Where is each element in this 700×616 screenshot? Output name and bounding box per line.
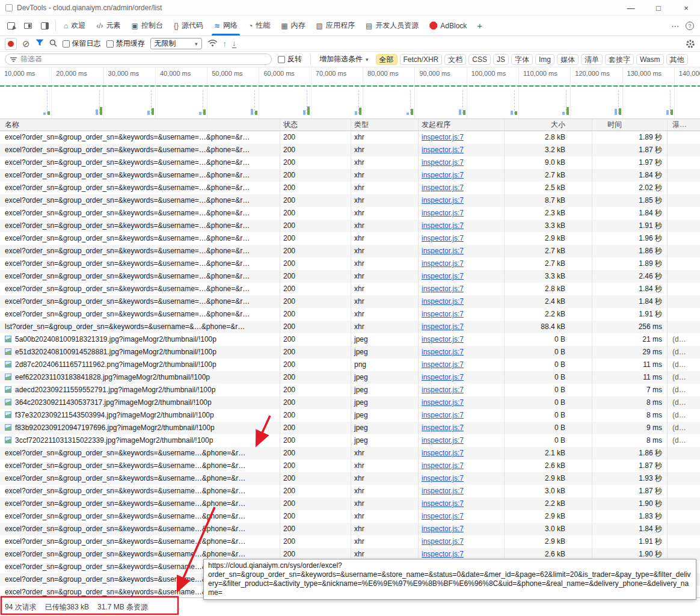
initiator-link[interactable]: inspector.js:7 (422, 209, 464, 217)
request-row[interactable]: excel?order_sn=&group_order_sn=&keywords… (0, 131, 700, 144)
request-row[interactable]: excel?order_sn=&group_order_sn=&keywords… (0, 497, 700, 510)
column-header[interactable]: 大小 (505, 119, 592, 131)
initiator-link[interactable]: inspector.js:7 (422, 196, 464, 205)
initiator-link[interactable]: inspector.js:7 (422, 398, 464, 407)
filter-toggle-button[interactable] (35, 39, 44, 48)
network-settings-button[interactable] (686, 39, 695, 49)
request-row[interactable]: excel?order_sn=&group_order_sn=&keywords… (0, 220, 700, 232)
initiator-link[interactable]: inspector.js:7 (422, 512, 464, 520)
initiator-link[interactable]: inspector.js:7 (422, 259, 464, 268)
initiator-link[interactable]: inspector.js:7 (422, 297, 464, 306)
initiator-link[interactable]: inspector.js:7 (422, 474, 464, 482)
initiator-link[interactable]: inspector.js:7 (422, 322, 464, 331)
initiator-link[interactable]: inspector.js:7 (422, 158, 464, 167)
tab-network[interactable]: ≋网络 (209, 16, 243, 35)
column-header[interactable]: 状态 (280, 119, 351, 131)
request-row[interactable]: excel?order_sn=&group_order_sn=&keywords… (0, 308, 700, 321)
request-row[interactable]: excel?order_sn=&group_order_sn=&keywords… (0, 270, 700, 283)
request-row[interactable]: excel?order_sn=&group_order_sn=&keywords… (0, 510, 700, 523)
help-icon[interactable]: ? (686, 22, 694, 30)
request-row[interactable]: 364c202309211430537317.jpg?imageMogr2/th… (0, 396, 700, 409)
tab-elements[interactable]: ‹/›元素 (91, 16, 126, 35)
tab-application[interactable]: ▧应用程序 (311, 16, 360, 35)
disable-cache-checkbox[interactable]: 禁用缓存 (106, 38, 145, 49)
search-button[interactable] (49, 39, 57, 49)
clear-button[interactable]: ⊘ (22, 39, 30, 48)
request-row[interactable]: excel?order_sn=&group_order_sn=&keywords… (0, 169, 700, 182)
initiator-link[interactable]: inspector.js:7 (422, 436, 464, 445)
device-toolbar-button[interactable] (19, 16, 36, 35)
request-row[interactable]: lst?order_sn=&group_order_sn=&keywords=&… (0, 321, 700, 333)
more-options-icon[interactable]: ⋯ (671, 21, 680, 31)
filter-pill[interactable]: Fetch/XHR (400, 54, 443, 65)
preserve-log-checkbox[interactable]: 保留日志 (63, 38, 101, 49)
initiator-link[interactable]: inspector.js:7 (422, 550, 464, 558)
column-header[interactable]: 类型 (351, 119, 419, 131)
filter-pill[interactable]: JS (493, 54, 509, 65)
export-har-button[interactable]: ↓ (232, 39, 236, 48)
import-har-button[interactable]: ↑ (223, 40, 227, 48)
maximize-button[interactable]: □ (645, 0, 672, 16)
filter-pill[interactable]: 字体 (511, 54, 533, 65)
close-button[interactable]: × (672, 0, 700, 16)
initiator-link[interactable]: inspector.js:7 (422, 183, 464, 192)
add-tab-button[interactable]: + (472, 16, 487, 35)
initiator-link[interactable]: inspector.js:7 (422, 411, 464, 419)
filter-input[interactable]: 筛选器 (5, 54, 272, 65)
request-row[interactable]: eef6220231103183841828.jpg?imageMogr2/th… (0, 371, 700, 384)
initiator-link[interactable]: inspector.js:7 (422, 247, 464, 255)
filter-pill[interactable]: CSS (468, 54, 491, 65)
initiator-link[interactable]: inspector.js:7 (422, 348, 464, 356)
request-row[interactable]: 3ccf7202211031315022339.jpg?imageMogr2/t… (0, 434, 700, 447)
request-row[interactable]: adecd202309211559552791.jpg?imageMogr2/t… (0, 384, 700, 396)
filter-pill[interactable]: 文档 (444, 54, 466, 65)
initiator-link[interactable]: inspector.js:7 (422, 146, 464, 154)
initiator-link[interactable]: inspector.js:7 (422, 133, 464, 141)
initiator-link[interactable]: inspector.js:7 (422, 386, 464, 394)
request-row[interactable]: excel?order_sn=&group_order_sn=&keywords… (0, 232, 700, 245)
inspect-element-button[interactable] (2, 16, 19, 35)
overview-timeline[interactable]: 10,000 ms20,000 ms30,000 ms40,000 ms50,0… (0, 67, 700, 119)
throttling-select[interactable]: 无限制 ▾ (150, 38, 202, 49)
initiator-link[interactable]: inspector.js:7 (422, 449, 464, 457)
column-header[interactable]: 时间 (592, 119, 668, 131)
tab-console[interactable]: ▣控制台 (126, 16, 168, 35)
column-header[interactable]: 发起程序 (419, 119, 505, 131)
initiator-link[interactable]: inspector.js:7 (422, 221, 464, 230)
request-row[interactable]: 2d87c202406111657111962.png?imageMogr2/t… (0, 359, 700, 371)
more-filters-button[interactable]: 增加筛选条件 ▾ (319, 54, 369, 64)
request-row[interactable]: excel?order_sn=&group_order_sn=&keywords… (0, 156, 700, 169)
request-row[interactable]: excel?order_sn=&group_order_sn=&keywords… (0, 535, 700, 548)
initiator-link[interactable]: inspector.js:7 (422, 537, 464, 546)
invert-filter-checkbox[interactable]: 反转 (278, 54, 302, 64)
request-row[interactable]: excel?order_sn=&group_order_sn=&keywords… (0, 245, 700, 257)
initiator-link[interactable]: inspector.js:7 (422, 499, 464, 508)
tab-memory[interactable]: ▦内存 (275, 16, 310, 35)
request-row[interactable]: excel?order_sn=&group_order_sn=&keywords… (0, 472, 700, 485)
request-row[interactable]: excel?order_sn=&group_order_sn=&keywords… (0, 257, 700, 270)
request-row[interactable]: f83b9202309120947197696.jpg?imageMogr2/t… (0, 422, 700, 434)
request-row[interactable]: excel?order_sn=&group_order_sn=&keywords… (0, 194, 700, 207)
tab-dev-resources[interactable]: ▤开发人员资源 (360, 16, 424, 35)
initiator-link[interactable]: inspector.js:7 (422, 272, 464, 280)
initiator-link[interactable]: inspector.js:7 (422, 373, 464, 381)
initiator-link[interactable]: inspector.js:7 (422, 310, 464, 318)
request-row[interactable]: excel?order_sn=&group_order_sn=&keywords… (0, 447, 700, 460)
initiator-link[interactable]: inspector.js:7 (422, 461, 464, 470)
filter-pill[interactable]: Wasm (636, 54, 664, 65)
request-row[interactable]: excel?order_sn=&group_order_sn=&keywords… (0, 460, 700, 472)
filter-pill[interactable]: 清单 (581, 54, 603, 65)
request-row[interactable]: e51d3202408100914528881.jpg?imageMogr2/t… (0, 346, 700, 359)
request-row[interactable]: excel?order_sn=&group_order_sn=&keywords… (0, 523, 700, 535)
tab-adblock[interactable]: AdBlock (424, 16, 472, 35)
column-header[interactable]: 名称 (0, 119, 280, 131)
minimize-button[interactable]: — (617, 0, 645, 16)
filter-pill[interactable]: 套接字 (605, 54, 634, 65)
initiator-link[interactable]: inspector.js:7 (422, 171, 464, 179)
tab-home[interactable]: ⌂欢迎 (58, 16, 91, 35)
initiator-link[interactable]: inspector.js:7 (422, 335, 464, 343)
initiator-link[interactable]: inspector.js:7 (422, 487, 464, 495)
initiator-link[interactable]: inspector.js:7 (422, 234, 464, 242)
request-row[interactable]: excel?order_sn=&group_order_sn=&keywords… (0, 485, 700, 497)
request-row[interactable]: excel?order_sn=&group_order_sn=&keywords… (0, 144, 700, 156)
